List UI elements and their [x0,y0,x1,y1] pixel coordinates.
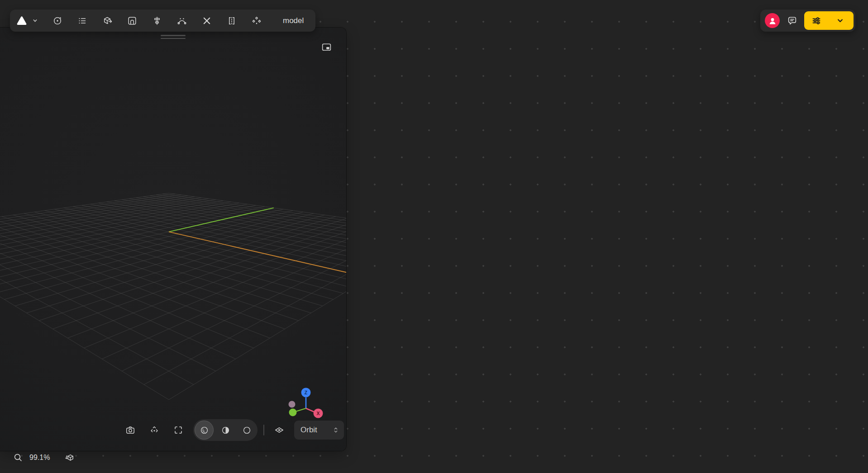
drag-handle-bar [161,35,186,36]
wireframe-sphere-icon [242,425,252,435]
list-tool-button[interactable] [73,12,91,30]
crossed-tools-icon [201,15,212,26]
zoom-magnifier-icon[interactable] [13,452,24,463]
orbit-target-icon [52,15,63,26]
cube-refresh-icon[interactable] [64,452,76,464]
scatter-icon [251,15,262,26]
align-tool-button[interactable] [148,12,166,30]
accent-action-button[interactable] [804,11,854,30]
scatter-tool-button[interactable] [248,12,266,30]
expand-view-button[interactable] [169,421,187,439]
y-axis-ball[interactable] [289,409,297,416]
z-axis-label: Z [305,390,308,395]
viewport-toolbar: Orbit [121,419,344,441]
pen-path-icon [176,15,187,26]
camera-icon [125,425,136,435]
library-button[interactable] [123,12,141,30]
viewport-drag-handle[interactable] [161,35,186,41]
target-tool-button[interactable] [48,12,67,30]
draw-tools-button[interactable] [198,12,216,30]
x-axis-line [306,408,314,412]
layers-list-icon [77,15,88,26]
camera-mode-select[interactable]: Orbit [294,421,344,440]
align-icon [152,15,162,26]
person-icon [767,15,778,26]
y-axis-line [296,408,306,412]
viewport-panel[interactable]: Z X [0,28,346,451]
pip-toggle-button[interactable] [318,39,335,55]
comment-bubble-icon [787,15,798,26]
render-mode-wireframe-button[interactable] [238,421,256,439]
camera-mode-value: Orbit [300,426,317,435]
camera-capture-button[interactable] [121,421,139,439]
user-avatar[interactable] [765,13,780,28]
select-chevrons-icon [331,426,340,435]
library-arch-icon [127,15,138,26]
tool-row [48,12,266,30]
comments-button[interactable] [783,12,801,30]
pen-tool-button[interactable] [173,12,191,30]
drag-handle-bar [161,38,186,39]
picture-in-picture-icon [321,42,332,53]
ground-plane-button[interactable] [270,421,288,439]
render-mode-shaded-button[interactable] [195,421,213,439]
mirror-tool-button[interactable] [223,12,241,30]
move-arrows-icon [149,425,160,435]
app-canvas: Z X [0,0,868,473]
shaded-sphere-icon [199,425,210,435]
sliders-icon [811,15,822,26]
mirror-icon [226,15,237,26]
chevron-down-icon [32,17,38,24]
top-right-toolbar [760,9,855,32]
navigate-move-button[interactable] [145,421,163,439]
main-toolbar: model [10,9,315,32]
render-mode-solid-button[interactable] [216,421,234,439]
toolbar-divider [263,425,264,435]
export-object-button[interactable] [98,12,116,30]
half-shaded-sphere-icon [220,425,231,435]
render-mode-group [193,419,258,441]
axis-gizmo[interactable]: Z X [285,387,327,422]
x-axis-label: X [316,411,320,416]
chevron-down-icon [836,16,844,25]
expand-icon [173,425,184,435]
zoom-level[interactable]: 99.1% [29,454,50,462]
status-bar: 99.1% [13,451,76,464]
app-logo-icon [16,15,28,27]
scene-name[interactable]: model [283,16,304,25]
export-cube-icon [102,15,113,26]
ground-plane-icon [274,425,285,435]
negative-axis-ball[interactable] [289,401,296,408]
app-menu-button[interactable] [15,15,39,27]
